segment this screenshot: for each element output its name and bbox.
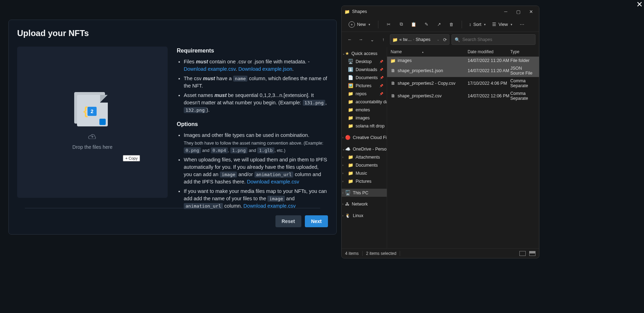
chevron-down-icon[interactable]: ⌄ [437,38,440,41]
vscode-overlay-icon [99,119,106,125]
nav-recent-folder[interactable]: 📁accountability dao [342,98,387,106]
option-item: Images and other file types can be used … [184,132,328,154]
nav-pictures[interactable]: 🖼️Pictures📌 [342,82,387,90]
minimize-button[interactable]: ─ [500,7,511,16]
drag-preview-icon: { 2 [77,95,108,126]
nav-recent-folder[interactable]: 📁emotes [342,106,387,114]
search-icon: 🔍 [455,37,460,42]
nav-documents[interactable]: 📄Documents📌 [342,74,387,82]
option-item: When uploading files, we will upload the… [184,156,328,186]
nav-onedrive-child[interactable]: ›📁Music [342,169,387,177]
folder-icon: 📁 [391,58,396,63]
col-name[interactable]: Name▴ [391,49,468,54]
chevron-right-icon: › [413,38,414,41]
nav-quick-access[interactable]: ⌄★Quick access [342,49,387,57]
nav-desktop[interactable]: 🖥️Desktop📌 [342,57,387,65]
address-bar-row: ← → ⌄ ↑ 📁 « tw… › Shapes ⌄ ⟳ 🔍 [342,32,539,47]
address-bar[interactable]: 📁 « tw… › Shapes ⌄ ⟳ [390,34,449,45]
file-dropzone[interactable]: { 2 + Copy Drop the files here [17,47,168,198]
rename-icon[interactable]: ✎ [420,19,432,30]
view-button[interactable]: ☰ View ▾ [489,20,515,28]
back-button[interactable]: ← [345,35,354,44]
nav-linux[interactable]: ›🐧Linux [342,211,387,220]
file-row[interactable]: 🗎shape_properties2 - Copy.csv 17/10/2022… [387,77,539,90]
refresh-icon[interactable]: ⟳ [443,37,447,42]
separator [400,251,400,256]
maximize-button[interactable]: ▢ [513,7,524,16]
chevron-down-icon: ▾ [484,23,486,26]
download-example-csv-link[interactable]: Download example.csv [247,179,299,185]
more-icon[interactable]: ⋯ [516,19,528,30]
toolbar: + New ▾ ✂ ⧉ 📋 ✎ ↗ 🗑 ↕ Sort ▾ ☰ View ▾ ⋯ [342,17,539,32]
drop-text: Drop the files here [72,144,112,150]
nav-network[interactable]: ›🖧Network [342,200,387,208]
chevron-right-icon: › [342,202,343,206]
forward-button[interactable]: → [356,35,365,44]
info-column: Requirements Files must contain one .csv… [177,47,328,216]
nav-downloads[interactable]: ⬇️Downloads📌 [342,65,387,74]
titlebar[interactable]: 📁 Shapes ─ ▢ ✕ [342,6,539,17]
chevron-right-icon: › [342,164,343,167]
delete-icon[interactable]: 🗑 [446,19,457,30]
requirement-item: Asset names must be sequential 0,1,2,3..… [184,92,328,114]
col-type[interactable]: Type [510,49,536,54]
next-button[interactable]: Next [305,215,328,227]
sort-asc-icon: ▴ [422,50,424,54]
nav-creative-cloud[interactable]: ›🔴Creative Cloud Files [342,133,387,141]
status-items: 4 items [345,251,359,256]
pin-icon: 📌 [380,76,385,79]
chevron-right-icon: › [342,214,343,217]
file-icon: 🗎 [391,68,396,73]
share-icon[interactable]: ↗ [433,19,445,30]
separator [462,21,462,28]
requirements-heading: Requirements [177,47,328,55]
up-button[interactable]: ↑ [379,35,388,44]
copy-icon[interactable]: ⧉ [395,19,407,30]
chevron-right-icon: › [342,180,343,183]
nav-onedrive-child[interactable]: ›📁Documents [342,161,387,169]
sort-button[interactable]: ↕ Sort ▾ [466,21,489,28]
page-title: Upload your NFTs [17,28,328,38]
file-row[interactable]: 🗎shape_properties2.csv 14/07/2022 12:06 … [387,90,539,102]
col-date[interactable]: Date modified [468,49,510,54]
nav-onedrive[interactable]: ⌄☁️OneDrive - Personal [342,145,387,153]
separator [378,21,378,28]
chevron-down-icon: ⌄ [342,147,345,151]
plus-circle-icon: + [349,21,355,28]
thumbnails-view-icon[interactable] [529,251,536,256]
file-row[interactable]: 🗎shape_properties1.json 14/07/2022 11:20… [387,64,539,77]
nav-recent-folder[interactable]: 📁images [342,114,387,122]
view-icon: ☰ [492,22,496,27]
requirement-item: Files must contain one .csv or .json fil… [184,58,328,73]
download-example-json-link[interactable]: Download example.json [238,66,292,72]
new-button[interactable]: + New ▾ [345,20,374,29]
cut-icon[interactable]: ✂ [383,19,394,30]
nav-onedrive-child[interactable]: ›📁Pictures [342,177,387,185]
column-headers[interactable]: Name▴ Date modified Type [387,47,539,57]
search-input[interactable] [462,37,532,42]
requirement-item: The csv must have a name column, which d… [184,75,328,90]
download-example-csv-link[interactable]: Download example.csv [184,66,236,72]
nav-this-pc[interactable]: ›🖥️This PC [342,189,387,197]
reset-button[interactable]: Reset [275,215,301,227]
chevron-down-icon: ▾ [369,23,370,26]
details-view-icon[interactable] [519,251,526,256]
recent-locations-button[interactable]: ⌄ [368,35,377,44]
sort-icon: ↕ [469,22,471,27]
search-box[interactable]: 🔍 [451,34,536,45]
nav-onedrive-child[interactable]: ›📁Attachments [342,153,387,161]
chevron-down-icon: ⌄ [342,52,345,55]
close-button[interactable]: ✕ [526,7,536,16]
copy-cursor-hint: + Copy [123,155,140,161]
close-icon[interactable]: ✕ [636,0,643,9]
paste-icon[interactable]: 📋 [408,19,420,30]
status-selected: 2 items selected [366,251,397,256]
nav-repos[interactable]: 📁repos📌 [342,90,387,98]
file-explorer-window: 📁 Shapes ─ ▢ ✕ + New ▾ ✂ ⧉ 📋 ✎ ↗ 🗑 ↕ Sor… [341,6,539,258]
chevron-right-icon: › [342,155,343,159]
file-icon: 🗎 [391,81,396,86]
pin-icon: 📌 [379,92,385,96]
separator [362,251,363,256]
nav-recent-folder[interactable]: 📁solana nft drop [342,122,387,130]
file-row[interactable]: 📁images 14/07/2022 11:20 AM File folder [387,57,539,64]
